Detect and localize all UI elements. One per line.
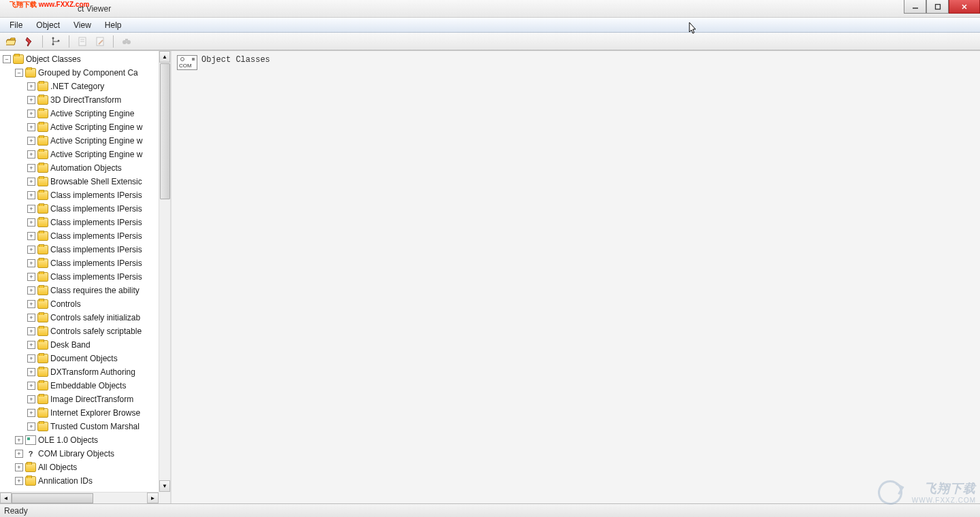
tree-node-child-14[interactable]: +Class implements IPersis <box>0 270 170 284</box>
tree-node-child-23[interactable]: +Image DirectTransform <box>0 393 170 406</box>
tree-icon[interactable] <box>48 34 63 49</box>
expander-icon[interactable]: + <box>27 150 35 159</box>
scroll-up-icon[interactable]: ▲ <box>159 51 170 63</box>
expander-icon[interactable]: + <box>27 341 35 349</box>
expander-icon[interactable]: + <box>27 273 35 281</box>
expander-icon[interactable]: + <box>15 463 23 471</box>
tree-pane: −Object Classes−Grouped by Component Ca+… <box>0 51 172 503</box>
expander-icon[interactable]: + <box>27 178 35 186</box>
expander-icon[interactable]: + <box>27 395 35 403</box>
expander-icon[interactable]: + <box>27 327 35 335</box>
expander-icon[interactable]: + <box>27 110 35 118</box>
tree-node-child-20[interactable]: +Document Objects <box>0 352 170 365</box>
expander-icon[interactable]: + <box>27 191 35 199</box>
scroll-down-icon[interactable]: ▼ <box>159 480 170 492</box>
tree-node-sibling-1[interactable]: +?COM Library Objects <box>0 447 170 461</box>
close-button[interactable] <box>949 0 980 14</box>
tree-node-child-21[interactable]: +DXTransform Authoring <box>0 365 170 379</box>
expander-icon[interactable]: + <box>27 96 35 104</box>
horizontal-scrollbar[interactable]: ◄ ► <box>0 492 159 503</box>
tree-node-child-9[interactable]: +Class implements IPersis <box>0 202 170 216</box>
folder-icon <box>25 463 36 472</box>
menu-view[interactable]: View <box>67 19 98 31</box>
expander-icon[interactable]: + <box>27 246 35 254</box>
maximize-button[interactable] <box>926 0 949 14</box>
expander-icon[interactable]: + <box>27 232 35 240</box>
scroll-right-icon[interactable]: ► <box>147 493 159 503</box>
doc-icon[interactable] <box>75 34 90 49</box>
expander-icon[interactable]: + <box>15 436 23 444</box>
doc-edit-icon[interactable] <box>93 34 108 49</box>
tree-node-child-5[interactable]: +Active Scripting Engine w <box>0 148 170 161</box>
expander-icon[interactable]: − <box>15 69 23 77</box>
tree-node-child-22[interactable]: +Embeddable Objects <box>0 379 170 393</box>
tree-node-child-1[interactable]: +3D DirectTransform <box>0 93 170 107</box>
tree-node-sibling-3[interactable]: +Annlication IDs <box>0 474 170 488</box>
expander-icon[interactable]: + <box>27 314 35 322</box>
expander-icon[interactable]: + <box>27 259 35 267</box>
expander-icon[interactable]: + <box>27 123 35 131</box>
tree-node-child-15[interactable]: +Class requires the ability <box>0 284 170 297</box>
tree-node-label: Document Objects <box>50 354 118 363</box>
expander-icon[interactable]: + <box>27 409 35 417</box>
scroll-thumb[interactable] <box>160 63 170 199</box>
tree-node-child-3[interactable]: +Active Scripting Engine w <box>0 120 170 134</box>
expander-icon[interactable]: + <box>27 82 35 90</box>
tree-node-label: Desk Band <box>50 340 91 350</box>
tree-node-sibling-2[interactable]: +All Objects <box>0 461 170 474</box>
scroll-thumb-h[interactable] <box>12 493 93 503</box>
tree-node-child-16[interactable]: +Controls <box>0 297 170 311</box>
tree-node-child-4[interactable]: +Active Scripting Engine w <box>0 134 170 148</box>
menu-file[interactable]: File <box>3 19 29 31</box>
tree-node-child-19[interactable]: +Desk Band <box>0 338 170 352</box>
expander-icon[interactable]: − <box>3 55 11 63</box>
menu-object[interactable]: Object <box>29 19 67 31</box>
tree-node-child-6[interactable]: +Automation Objects <box>0 161 170 175</box>
folder-icon <box>13 54 24 64</box>
tree-node-grouped[interactable]: −Grouped by Component Ca <box>0 66 170 80</box>
tree-node-child-17[interactable]: +Controls safely initializab <box>0 311 170 324</box>
tree-node-child-12[interactable]: +Class implements IPersis <box>0 243 170 256</box>
tree-node-child-13[interactable]: +Class implements IPersis <box>0 256 170 270</box>
tree-view[interactable]: −Object Classes−Grouped by Component Ca+… <box>0 51 170 503</box>
folder-icon <box>37 95 48 105</box>
expander-icon[interactable]: + <box>27 300 35 308</box>
expander-icon[interactable]: + <box>15 450 23 458</box>
expander-icon[interactable]: + <box>27 286 35 295</box>
expander-icon[interactable]: + <box>27 218 35 227</box>
expander-icon[interactable]: + <box>27 354 35 363</box>
tree-node-child-7[interactable]: +Browsable Shell Extensic <box>0 175 170 188</box>
expander-icon[interactable]: + <box>27 137 35 145</box>
q-icon: ? <box>25 449 36 458</box>
tree-node-child-2[interactable]: +Active Scripting Engine <box>0 107 170 120</box>
folder-icon <box>37 150 48 159</box>
tree-node-child-18[interactable]: +Controls safely scriptable <box>0 324 170 338</box>
expander-icon[interactable]: + <box>27 164 35 172</box>
tree-node-child-24[interactable]: +Internet Explorer Browse <box>0 406 170 420</box>
vertical-scrollbar[interactable]: ▲ ▼ <box>159 51 170 492</box>
tree-node-label: Trusted Custom Marshal <box>50 422 140 431</box>
tree-node-label: All Objects <box>38 463 77 472</box>
tree-node-sibling-0[interactable]: +OLE 1.0 Objects <box>0 433 170 447</box>
scroll-left-icon[interactable]: ◄ <box>0 493 12 503</box>
open-icon[interactable] <box>4 34 19 49</box>
tree-node-child-0[interactable]: +.NET Category <box>0 80 170 93</box>
ole-icon <box>25 435 36 445</box>
tree-node-child-8[interactable]: +Class implements IPersis <box>0 188 170 202</box>
tree-node-child-10[interactable]: +Class implements IPersis <box>0 216 170 229</box>
expander-icon[interactable]: + <box>27 422 35 431</box>
menu-help[interactable]: Help <box>98 19 129 31</box>
tree-node-child-25[interactable]: +Trusted Custom Marshal <box>0 420 170 433</box>
pin-icon[interactable] <box>22 34 37 49</box>
expander-icon[interactable]: + <box>27 382 35 390</box>
tree-node-label: Class implements IPersis <box>50 231 142 241</box>
toolbar <box>0 33 980 50</box>
expander-icon[interactable]: + <box>27 205 35 213</box>
binoculars-icon[interactable] <box>119 34 134 49</box>
folder-icon <box>37 313 48 322</box>
tree-root-object-classes[interactable]: −Object Classes <box>0 52 170 66</box>
expander-icon[interactable]: + <box>27 368 35 376</box>
minimize-button[interactable] <box>904 0 926 14</box>
tree-node-child-11[interactable]: +Class implements IPersis <box>0 229 170 243</box>
expander-icon[interactable]: + <box>15 477 23 485</box>
